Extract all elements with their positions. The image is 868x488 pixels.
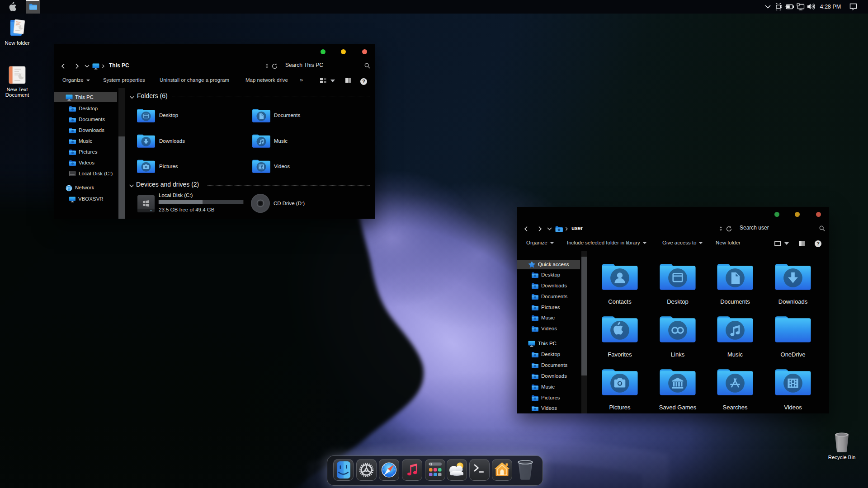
svg-text:?: ? <box>362 79 365 84</box>
svg-text:?: ? <box>816 241 820 246</box>
